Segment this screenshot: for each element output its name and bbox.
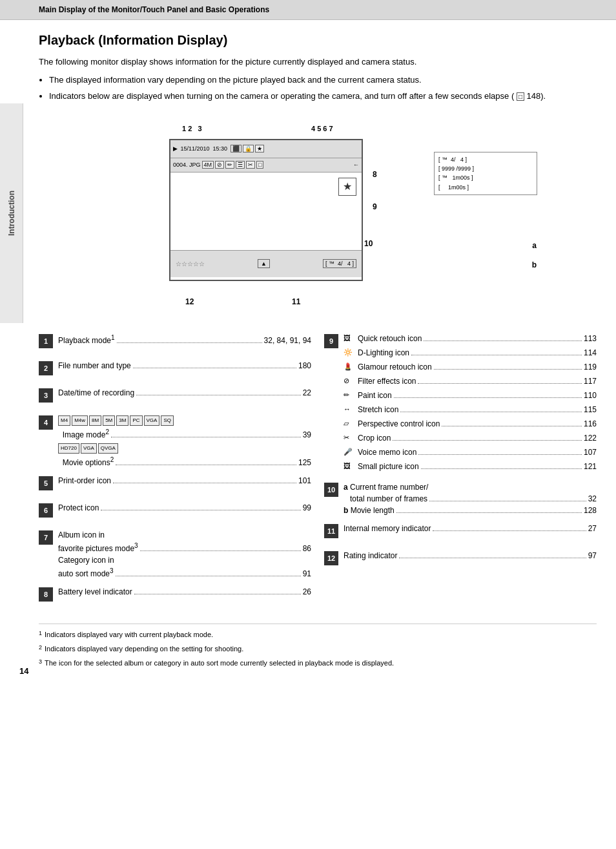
sub-item-voice-memo: 🎤 Voice memo icon 107 [344,446,597,458]
star-indicator: ★ [338,178,356,196]
item-2-content: File number and type 180 [58,360,311,372]
sidebar: Introduction [0,103,23,323]
perspective-leader [442,426,582,426]
diag-label-a: a [532,241,537,250]
stretch-leader [400,412,582,412]
item-4-pages-a: 39 [303,429,311,441]
item-4-leader-b [116,465,296,465]
screen-main: ★ [170,173,362,250]
item-4-text-b: Movie options2 [58,455,114,468]
icon-vga: VGA [144,415,160,426]
item-12-line: Rating indicator 97 [344,550,597,561]
item-3-row: 3 Date/time of recording 22 [39,387,311,408]
protect-icon: 🔒 [243,145,254,152]
frame-info-box: [ ™ 4/ 4 ] [ 9999 /9999 ] [ ™ 1m00s ] [ … [434,152,537,196]
crop-pages: 122 [584,432,597,444]
item-5-num: 5 [39,476,53,490]
sub-item-perspective: ▱ Perspective control icon 116 [344,418,597,430]
item-7-pages-a: 86 [303,543,311,554]
page-number: 14 [19,666,28,676]
icon-4mw: M4w [72,415,88,426]
playback-icon: ▶ [173,145,178,152]
item-8-pages: 26 [303,586,311,598]
icon-sq: SQ [161,415,174,426]
item-10-pages-a: 32 [588,493,597,505]
date-time: 15/11/2010 15:30 [179,145,229,152]
item-11-row: 11 Internal memory indicator 27 [324,523,597,543]
icon-3m: 3M [116,415,128,426]
item-10-row: 10 a Current frame number/ total number … [324,481,597,516]
voice-memo-text: Voice memo icon [358,446,416,458]
item-9-row: 9 🖼 Quick retouch icon 113 [324,333,597,475]
filter-leader [418,383,581,384]
paint-text: Paint icon [358,390,392,401]
glamour-line: Glamour retouch icon 119 [358,361,597,373]
glamour-retouch-icon: 💄 [344,361,355,372]
camera-screen: ▶ 15/11/2010 15:30 ⬛ 🔒 ★ 0004. JPG 4M ⊘ … [169,139,363,281]
diagram-area: 1 2 3 4 5 6 7 ▶ 15/11/2010 15:30 ⬛ 🔒 ★ 0 [39,113,597,320]
item-6-content: Protect icon 99 [58,502,311,514]
item-7-line-c: Category icon in [58,554,311,566]
item-12-text: Rating indicator [344,550,397,561]
sub-item-stretch: ↔ Stretch icon 115 [344,404,597,415]
item-8-text: Battery level indicator [58,586,132,598]
item-8-leader [134,594,301,594]
diag-label-123: 1 2 3 [182,125,202,132]
footnote-1-text: Indicators displayed vary with current p… [45,629,213,641]
footnote-2-text: Indicators displayed vary depending on t… [45,644,243,655]
filter-text: Filter effects icon [358,375,416,387]
sub-item-dlighting: 🔆 D-Lighting icon 114 [344,347,597,359]
item-10-num: 10 [324,483,338,497]
item-7-content: Album icon in favorite pictures mode3 86… [58,529,311,580]
footnote-1-sup: 1 [39,629,42,641]
paint-line: Paint icon 110 [358,390,597,401]
icon-hd720: HD720 [58,443,79,454]
glamour-leader [434,369,582,370]
item-7-row: 7 Album icon in favorite pictures mode3 … [39,529,311,580]
items-table: 1 Playback mode1 32, 84, 91, 94 2 [39,333,597,613]
item-1-leader [117,342,262,343]
item-10-leader-b [396,512,582,513]
quick-retouch-line: Quick retouch icon 113 [358,333,597,344]
sidebar-label: Introduction [7,191,16,236]
quick-retouch-icon: 🖼 [344,333,355,344]
quick-retouch-text: Quick retouch icon [358,333,422,344]
item-10-text-b: b Movie length [344,505,395,516]
item-6-num: 6 [39,503,53,518]
icon-8m: 8M [89,415,101,426]
img-mode-2: ⊘ [215,161,224,169]
item-6-row: 6 Protect icon 99 [39,502,311,523]
item-1-pages: 32, 84, 91, 94 [264,335,311,346]
item-11-num: 11 [324,524,338,538]
item-9-num: 9 [324,334,338,348]
crop-leader [393,440,582,441]
img-mode-5: ✂ [246,161,255,169]
frame-line-2: [ 9999 /9999 ] [438,164,533,173]
item-11-content: Internal memory indicator 27 [344,523,597,534]
img-mode-1: 4M [202,161,214,169]
item-7-line-a: Album icon in [58,529,311,541]
glamour-pages: 119 [584,361,597,373]
item-10-line-a2: total number of frames 32 [344,493,597,505]
item-11-text: Internal memory indicator [344,523,431,534]
diag-num-12: 12 [185,297,194,306]
item-11-line: Internal memory indicator 27 [344,523,597,534]
filter-effects-icon: ⊘ [344,375,355,386]
paint-leader [394,397,582,398]
perspective-line: Perspective control icon 116 [358,418,597,430]
battery-icon: ⬛ [231,145,241,152]
item-6-pages: 99 [303,502,311,514]
item-1-line: Playback mode1 32, 84, 91, 94 [58,333,311,346]
item-7-line-d: auto sort mode3 91 [58,566,311,580]
img-mode-4: ☰ [236,161,245,169]
footnote-3: 3 The icon for the selected album or cat… [39,658,597,669]
item-6-text: Protect icon [58,502,99,514]
left-column: 1 Playback mode1 32, 84, 91, 94 2 [39,333,311,613]
dlighting-leader [411,355,582,355]
item-4-line-a: Image mode2 39 [58,427,311,441]
item-4-content: M4 M4w 8M 5M 3M PC VGA SQ Image mode2 [58,414,311,468]
item-3-content: Date/time of recording 22 [58,387,311,399]
item-2-text: File number and type [58,360,131,372]
item-6-line: Protect icon 99 [58,502,311,514]
item-9-content: 🖼 Quick retouch icon 113 🔆 [344,333,597,475]
